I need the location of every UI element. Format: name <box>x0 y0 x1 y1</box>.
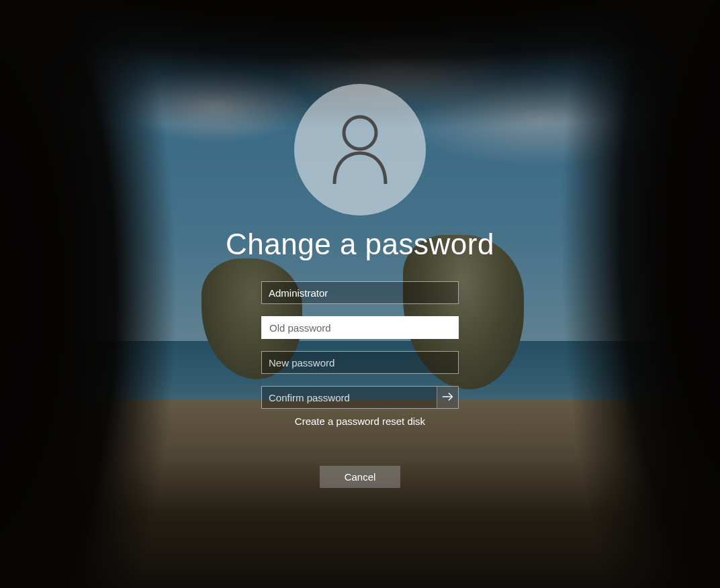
user-icon <box>326 111 394 188</box>
confirm-password-field[interactable] <box>261 386 459 409</box>
arrow-right-icon <box>441 389 455 406</box>
submit-button[interactable] <box>437 387 458 408</box>
password-form <box>261 281 459 409</box>
create-reset-disk-link[interactable]: Create a password reset disk <box>295 415 425 427</box>
cancel-button[interactable]: Cancel <box>320 466 400 488</box>
user-avatar <box>294 84 426 215</box>
old-password-field-wrap <box>261 316 459 339</box>
svg-point-0 <box>344 117 376 149</box>
new-password-field-wrap <box>261 351 459 374</box>
old-password-field[interactable] <box>261 316 459 339</box>
confirm-password-field-wrap <box>261 386 459 409</box>
new-password-field[interactable] <box>261 351 459 374</box>
username-field-wrap <box>261 281 459 304</box>
page-title: Change a password <box>226 228 494 261</box>
change-password-panel: Change a password Create a password r <box>0 0 720 588</box>
username-field[interactable] <box>261 281 459 304</box>
